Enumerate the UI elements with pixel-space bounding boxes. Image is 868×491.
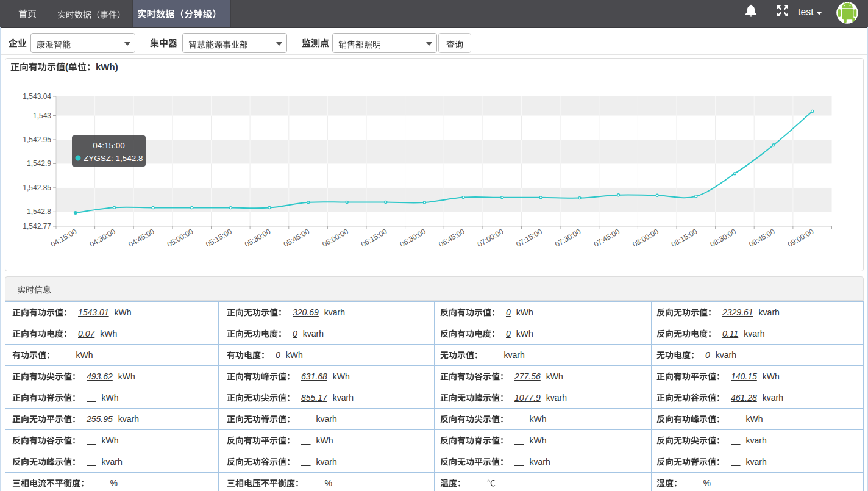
svg-text:05:00:00: 05:00:00 — [166, 227, 195, 249]
svg-text:04:15:00: 04:15:00 — [49, 227, 79, 249]
svg-text:1,542.95: 1,542.95 — [23, 135, 51, 144]
svg-text:05:30:00: 05:30:00 — [243, 227, 272, 249]
svg-text:07:15:00: 07:15:00 — [514, 227, 544, 249]
svg-text:07:45:00: 07:45:00 — [592, 227, 622, 249]
svg-text:1,542.8: 1,542.8 — [27, 207, 51, 216]
svg-text:06:45:00: 06:45:00 — [437, 227, 466, 249]
svg-text:1,543.04: 1,543.04 — [23, 92, 51, 101]
svg-text:07:00:00: 07:00:00 — [476, 227, 505, 249]
svg-text:08:15:00: 08:15:00 — [670, 227, 699, 249]
svg-text:07:30:00: 07:30:00 — [553, 227, 583, 249]
svg-text:1,542.85: 1,542.85 — [23, 184, 51, 192]
svg-text:1,542.77: 1,542.77 — [23, 222, 51, 231]
svg-text:06:30:00: 06:30:00 — [398, 227, 427, 249]
svg-text:04:45:00: 04:45:00 — [127, 227, 156, 249]
svg-text:1,543: 1,543 — [33, 112, 51, 120]
svg-text:04:15:00: 04:15:00 — [93, 141, 125, 150]
svg-text:05:15:00: 05:15:00 — [204, 227, 233, 249]
svg-text:09:00:00: 09:00:00 — [786, 227, 816, 249]
svg-text:08:45:00: 08:45:00 — [747, 227, 777, 249]
svg-text:08:00:00: 08:00:00 — [631, 227, 660, 249]
svg-text:05:45:00: 05:45:00 — [282, 227, 311, 249]
svg-text:04:30:00: 04:30:00 — [88, 227, 117, 249]
svg-text:ZYGSZ: 1,542.8: ZYGSZ: 1,542.8 — [84, 154, 143, 163]
svg-text:06:00:00: 06:00:00 — [321, 227, 350, 249]
svg-text:1,542.9: 1,542.9 — [27, 159, 51, 168]
svg-text:08:30:00: 08:30:00 — [708, 227, 738, 249]
svg-text:06:15:00: 06:15:00 — [360, 227, 389, 249]
